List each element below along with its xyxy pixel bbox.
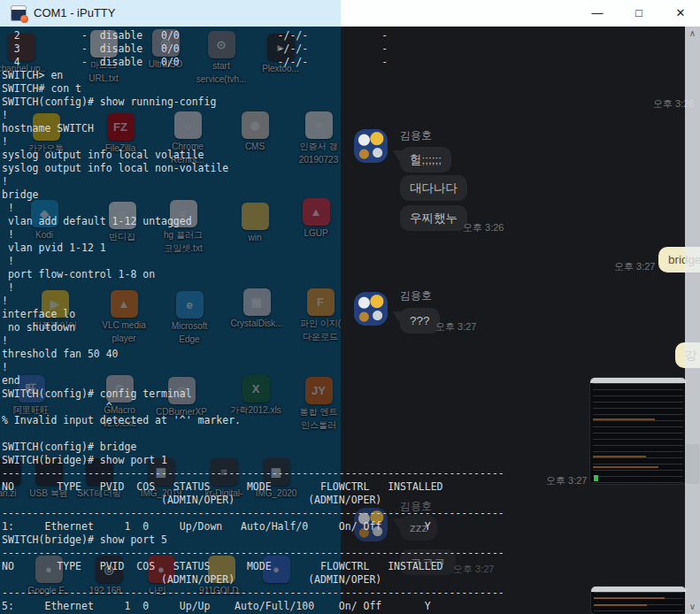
scrollbar-up-arrow-icon[interactable]: ∧ (685, 27, 700, 41)
chat-timestamp: 오후 3:27 (546, 474, 587, 487)
window-title: COM1 - iPuTTY (34, 6, 115, 19)
terminal-screen[interactable]: 2 - disable 0/0 -/-/- - 3 - disable 0/0 … (2, 29, 504, 613)
mini-terminal-highlight-line (593, 456, 646, 457)
chat-image-thumbnail (590, 378, 686, 484)
mini-terminal-highlight-line (593, 466, 658, 468)
close-button[interactable]: ✕ (660, 0, 700, 27)
mini-terminal-highlight-line (594, 597, 665, 599)
mini-terminal-highlight-line (593, 418, 655, 420)
putty-app-icon[interactable] (11, 5, 27, 21)
terminal-content-area: channel up..≡마스크URL.txt◎UltraISO⊙startse… (0, 27, 700, 614)
title-bar[interactable]: COM1 - iPuTTY — □ ✕ (0, 0, 700, 27)
mini-terminal-highlight-line (594, 604, 647, 606)
chat-timestamp: 오후 3:27 (614, 260, 655, 273)
minimize-button[interactable]: — (577, 0, 618, 27)
mini-terminal-cursor (594, 475, 598, 481)
scrollbar-thumb[interactable] (686, 444, 699, 484)
chat-image-thumbnail (591, 587, 686, 614)
scrollbar-down-arrow-icon[interactable]: ∨ (685, 600, 700, 614)
mini-terminal-body (594, 592, 683, 614)
scrollbar[interactable]: ∧ ∨ (685, 27, 700, 614)
maximize-button[interactable]: □ (619, 0, 659, 27)
mini-terminal-body (593, 383, 683, 484)
putty-window: channel up..≡마스크URL.txt◎UltraISO⊙startse… (0, 0, 700, 614)
